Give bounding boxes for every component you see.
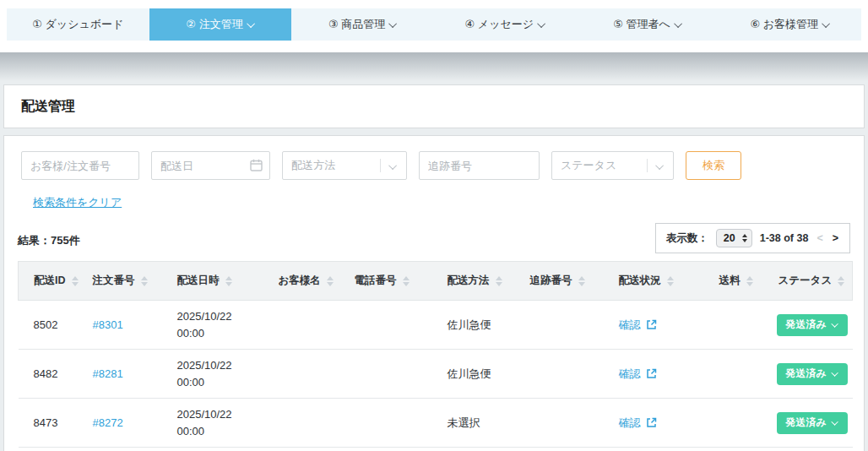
shipping-table-wrapper: 配送ID注文番号配送日時お客様名電話番号配送方法追跡番号配送状況送料ステータス …: [18, 261, 850, 448]
shipping-date: 2025/10/22: [177, 406, 272, 423]
chevron-down-icon: [537, 19, 545, 28]
sort-arrows-icon[interactable]: [496, 276, 502, 286]
chevron-down-icon: [388, 161, 397, 170]
nav-item-label: ① ダッシュボード: [32, 17, 123, 32]
column-header-0[interactable]: 配送ID: [19, 262, 86, 301]
nav-item-label: ③ 商品管理: [328, 17, 385, 32]
order-number-link[interactable]: #8301: [93, 318, 123, 331]
chevron-down-icon: [674, 19, 682, 28]
sort-arrows-icon[interactable]: [667, 276, 674, 286]
check-link-label: 確認: [619, 416, 641, 431]
status-dropdown-button[interactable]: 発送済み: [777, 412, 848, 434]
shipping-datetime: 2025/10/22 00:00: [177, 357, 272, 390]
shipping-date-field[interactable]: [151, 151, 270, 180]
check-link-label: 確認: [619, 367, 641, 382]
customer-order-search-input[interactable]: [21, 151, 139, 180]
shipping-method: 佐川急便: [448, 318, 491, 331]
table-row: 8482 #8281 2025/10/22 00:00 佐川急便 確認 発送済み: [19, 350, 853, 399]
tracking-number-search-input[interactable]: [419, 151, 540, 180]
column-header-3[interactable]: お客様名: [272, 262, 348, 301]
column-header-9[interactable]: ステータス: [762, 262, 853, 301]
chevron-down-icon: [831, 418, 838, 425]
select-divider: [380, 159, 381, 172]
sort-arrows-icon[interactable]: [327, 276, 334, 286]
pagination-box: 表示数： 20 1-38 of 38 < >: [655, 223, 850, 253]
nav-item-label: ② 注文管理: [186, 17, 242, 32]
shipping-method-select-label: 配送方法: [291, 158, 335, 173]
select-divider: [647, 159, 648, 172]
shipping-method: 未選択: [448, 416, 480, 429]
clear-search-conditions-link[interactable]: 検索条件をクリア: [33, 195, 122, 210]
shipping-id: 8473: [34, 416, 58, 429]
results-count: 結果：755件: [18, 233, 80, 248]
table-header-row: 配送ID注文番号配送日時お客様名電話番号配送方法追跡番号配送状況送料ステータス: [19, 262, 853, 301]
status-select[interactable]: ステータス: [551, 151, 674, 180]
sort-arrows-icon[interactable]: [72, 276, 79, 286]
nav-item-customer-management[interactable]: ⑥ お客様管理: [719, 8, 861, 41]
column-header-label: 配送方法: [448, 274, 490, 288]
previous-page-button[interactable]: <: [816, 232, 823, 244]
column-header-2[interactable]: 配送日時: [171, 262, 272, 301]
table-row: 8502 #8301 2025/10/22 00:00 佐川急便 確認 発送済み: [19, 301, 853, 350]
status-dropdown-button[interactable]: 発送済み: [777, 314, 848, 336]
status-label: 発送済み: [786, 416, 827, 430]
page-title: 配送管理: [21, 98, 75, 116]
per-page-select[interactable]: 20: [716, 229, 752, 247]
sort-arrows-icon[interactable]: [141, 276, 148, 286]
external-link-icon: [646, 417, 657, 428]
nav-item-dashboard[interactable]: ① ダッシュボード: [7, 8, 149, 41]
next-page-button[interactable]: >: [832, 232, 839, 244]
status-label: 発送済み: [786, 367, 827, 381]
shipping-status-check-link[interactable]: 確認: [619, 416, 657, 431]
order-number-link[interactable]: #8281: [93, 367, 123, 380]
shipping-time: 00:00: [177, 325, 272, 342]
external-link-icon: [646, 319, 657, 330]
column-header-6[interactable]: 追跡番号: [524, 262, 612, 301]
nav-item-label: ④ メッセージ: [465, 17, 534, 32]
shipping-table: 配送ID注文番号配送日時お客様名電話番号配送方法追跡番号配送状況送料ステータス …: [18, 261, 853, 448]
shipping-datetime: 2025/10/22 00:00: [177, 308, 272, 341]
status-dropdown-button[interactable]: 発送済み: [777, 363, 848, 385]
column-header-label: お客様名: [279, 274, 321, 288]
column-header-label: 電話番号: [355, 274, 397, 288]
shipping-date: 2025/10/22: [177, 308, 272, 325]
search-button[interactable]: 検索: [686, 151, 741, 180]
external-link-icon: [646, 368, 657, 379]
nav-item-product-management[interactable]: ③ 商品管理: [291, 8, 434, 41]
column-header-label: 送料: [719, 274, 741, 288]
order-number-link[interactable]: #8272: [93, 416, 123, 429]
column-header-7[interactable]: 配送状況: [612, 262, 711, 301]
column-header-1[interactable]: 注文番号: [86, 262, 171, 301]
filter-bar: 配送方法 ステータス 検索: [21, 151, 741, 180]
shipping-status-check-link[interactable]: 確認: [619, 318, 657, 333]
nav-item-label: ⑥ お客様管理: [750, 17, 818, 32]
page-header-card: 配送管理: [3, 84, 865, 128]
column-header-8[interactable]: 送料: [711, 262, 762, 301]
nav-item-messages[interactable]: ④ メッセージ: [434, 8, 577, 41]
sort-arrows-icon[interactable]: [746, 276, 753, 286]
sort-arrows-icon[interactable]: [838, 276, 844, 286]
shipping-id: 8482: [34, 367, 58, 380]
column-header-label: 追跡番号: [530, 274, 572, 288]
sort-arrows-icon[interactable]: [403, 276, 410, 286]
chevron-down-icon: [831, 369, 838, 376]
shipping-date-input[interactable]: [151, 151, 270, 180]
shipping-method-select[interactable]: 配送方法: [282, 151, 407, 180]
stepper-icon: [742, 234, 747, 242]
chevron-down-icon: [388, 19, 397, 28]
nav-item-order-management[interactable]: ② 注文管理: [149, 8, 292, 41]
check-link-label: 確認: [619, 318, 641, 333]
column-header-4[interactable]: 電話番号: [348, 262, 441, 301]
top-navigation: ① ダッシュボード② 注文管理③ 商品管理④ メッセージ⑤ 管理者へ⑥ お客様管…: [7, 8, 861, 41]
nav-item-to-admin[interactable]: ⑤ 管理者へ: [577, 8, 719, 41]
status-label: 発送済み: [786, 318, 827, 332]
shipping-datetime: 2025/10/22 00:00: [177, 406, 272, 439]
column-header-label: 配送ID: [34, 274, 66, 288]
chevron-down-icon: [247, 19, 255, 28]
shipping-status-check-link[interactable]: 確認: [619, 367, 657, 382]
sort-arrows-icon[interactable]: [578, 276, 585, 286]
column-header-label: ステータス: [778, 274, 833, 288]
table-row: 8473 #8272 2025/10/22 00:00 未選択 確認 発送済み: [19, 399, 853, 448]
sort-arrows-icon[interactable]: [225, 276, 232, 286]
column-header-5[interactable]: 配送方法: [441, 262, 524, 301]
